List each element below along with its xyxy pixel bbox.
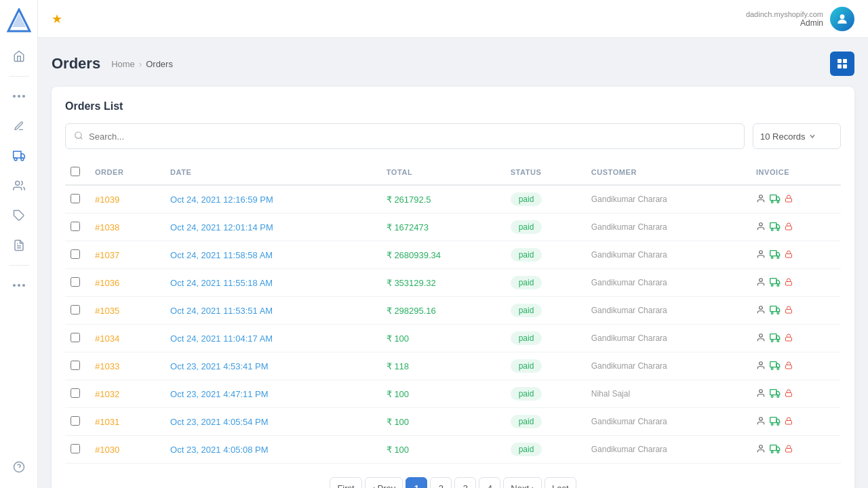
svg-rect-46 — [770, 306, 776, 311]
pagination-first[interactable]: First — [330, 477, 361, 488]
order-link-2[interactable]: #1037 — [95, 250, 119, 260]
grid-view-button[interactable] — [830, 52, 854, 76]
row-checkbox-0[interactable] — [71, 194, 80, 203]
invoice-lock-icon-1[interactable] — [785, 222, 793, 233]
sidebar-item-documents[interactable] — [6, 232, 32, 258]
row-order-9: #1030 — [90, 436, 165, 464]
sidebar-divider-1 — [9, 76, 29, 77]
row-checkbox-9[interactable] — [71, 444, 80, 453]
sidebar-item-pen[interactable] — [6, 113, 32, 139]
row-checkbox-2[interactable] — [71, 249, 80, 259]
row-checkbox-5[interactable] — [71, 333, 80, 342]
invoice-truck-icon-1[interactable] — [770, 222, 781, 233]
pagination-page-1[interactable]: 1 — [406, 477, 427, 488]
row-checkbox-8[interactable] — [71, 416, 80, 426]
order-link-3[interactable]: #1036 — [95, 278, 119, 288]
invoice-lock-icon-6[interactable] — [785, 361, 793, 372]
svg-point-72 — [771, 451, 773, 453]
invoice-truck-icon-2[interactable] — [770, 249, 781, 261]
invoice-user-icon-4[interactable] — [756, 305, 766, 317]
pagination-page-4[interactable]: 4 — [479, 477, 500, 488]
sidebar-logo[interactable] — [7, 8, 31, 33]
order-link-1[interactable]: #1038 — [95, 222, 119, 232]
order-link-5[interactable]: #1034 — [95, 333, 119, 344]
pagination-page-3[interactable]: 3 — [454, 477, 476, 488]
invoice-lock-icon-9[interactable] — [785, 444, 793, 455]
pagination-last[interactable]: Last — [545, 477, 576, 488]
records-select[interactable]: 10 Records — [753, 123, 841, 149]
invoice-user-icon-3[interactable] — [756, 277, 766, 289]
pagination-next[interactable]: Next › — [503, 477, 542, 488]
row-total-9: ₹ 100 — [381, 436, 505, 464]
order-link-0[interactable]: #1039 — [95, 195, 119, 205]
svg-rect-56 — [770, 361, 776, 367]
svg-rect-74 — [785, 448, 791, 452]
order-link-6[interactable]: #1033 — [95, 361, 119, 371]
invoice-icons-6 — [756, 361, 835, 372]
pagination-prev[interactable]: ‹ Prev — [365, 477, 403, 488]
invoice-user-icon-0[interactable] — [756, 194, 766, 205]
sidebar-item-more-top[interactable] — [6, 83, 32, 109]
row-date-6: Oct 23, 2021 4:53:41 PM — [165, 352, 381, 380]
invoice-truck-icon-0[interactable] — [770, 194, 781, 205]
invoice-icons-2 — [756, 249, 835, 261]
row-checkbox-4[interactable] — [71, 305, 80, 314]
invoice-user-icon-1[interactable] — [756, 222, 766, 233]
order-link-4[interactable]: #1035 — [95, 306, 119, 316]
order-link-8[interactable]: #1031 — [95, 417, 119, 427]
invoice-lock-icon-2[interactable] — [785, 249, 793, 261]
invoice-truck-icon-4[interactable] — [770, 305, 781, 317]
invoice-lock-icon-0[interactable] — [785, 194, 793, 205]
invoice-user-icon-9[interactable] — [756, 444, 766, 455]
favorite-icon[interactable]: ★ — [52, 12, 62, 26]
select-all-checkbox[interactable] — [71, 167, 80, 176]
row-checkbox-7[interactable] — [71, 388, 80, 398]
row-checkbox-cell — [65, 214, 90, 241]
sidebar-item-help[interactable] — [6, 454, 32, 480]
row-status-1: paid — [505, 214, 586, 241]
invoice-lock-icon-8[interactable] — [785, 416, 793, 428]
sidebar-item-tags[interactable] — [6, 203, 32, 228]
row-total-3: ₹ 353129.32 — [381, 269, 505, 297]
header-left: ★ — [52, 12, 62, 26]
row-order-5: #1034 — [90, 325, 165, 352]
invoice-lock-icon-3[interactable] — [785, 277, 793, 289]
row-customer-7: Nihal Sajal — [586, 380, 751, 408]
invoice-truck-icon-8[interactable] — [770, 416, 781, 428]
row-checkbox-1[interactable] — [71, 222, 80, 231]
row-invoice-4 — [751, 297, 841, 325]
invoice-lock-icon-4[interactable] — [785, 305, 793, 317]
invoice-truck-icon-6[interactable] — [770, 361, 781, 372]
search-input[interactable] — [89, 131, 736, 142]
order-link-7[interactable]: #1032 — [95, 389, 119, 399]
invoice-user-icon-7[interactable] — [756, 388, 766, 400]
row-checkbox-3[interactable] — [71, 277, 80, 287]
breadcrumb-separator: › — [139, 59, 142, 69]
invoice-user-icon-6[interactable] — [756, 361, 766, 372]
sidebar-item-users[interactable] — [6, 173, 32, 199]
avatar[interactable] — [830, 7, 854, 31]
sidebar-item-orders[interactable] — [6, 143, 32, 169]
sidebar-item-home[interactable] — [6, 43, 32, 69]
row-customer-9: Gandikumar Charara — [586, 436, 751, 464]
invoice-user-icon-5[interactable] — [756, 333, 766, 344]
invoice-truck-icon-7[interactable] — [770, 388, 781, 400]
invoice-truck-icon-3[interactable] — [770, 277, 781, 289]
invoice-truck-icon-5[interactable] — [770, 333, 781, 344]
row-invoice-6 — [751, 352, 841, 380]
svg-point-4 — [22, 95, 25, 98]
invoice-lock-icon-5[interactable] — [785, 333, 793, 344]
pagination-page-2[interactable]: 2 — [430, 477, 452, 488]
invoice-truck-icon-9[interactable] — [770, 444, 781, 455]
invoice-lock-icon-7[interactable] — [785, 388, 793, 400]
svg-point-65 — [760, 417, 763, 420]
main-content: ★ dadinch.myshopify.com Admin Orders Hom… — [38, 0, 868, 488]
sidebar-item-more-bottom[interactable] — [6, 272, 32, 298]
breadcrumb-home[interactable]: Home — [111, 59, 135, 69]
header-total: TOTAL — [381, 160, 505, 185]
invoice-user-icon-8[interactable] — [756, 416, 766, 428]
order-link-9[interactable]: #1030 — [95, 445, 119, 455]
row-checkbox-6[interactable] — [71, 361, 80, 370]
invoice-user-icon-2[interactable] — [756, 249, 766, 261]
search-icon — [74, 131, 83, 142]
